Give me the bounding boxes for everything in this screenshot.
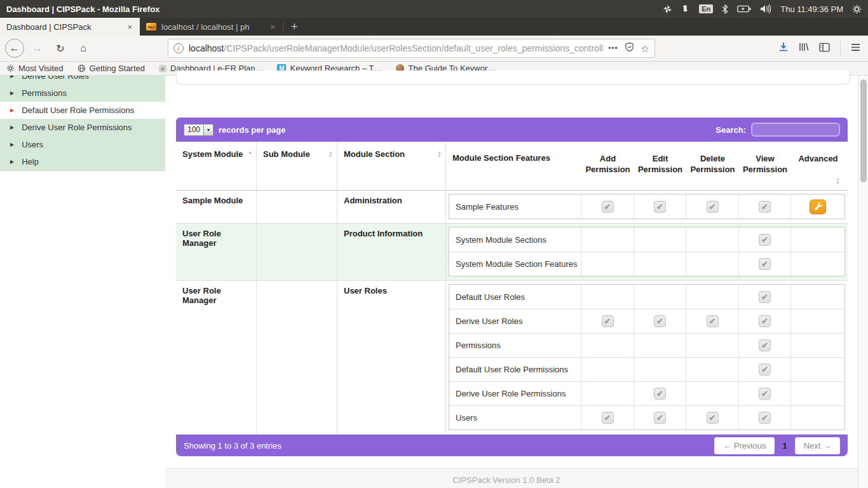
delete-permission-checkbox[interactable]: ✔ xyxy=(707,315,719,327)
home-button[interactable]: ⌂ xyxy=(74,39,93,58)
scrollbar-thumb[interactable] xyxy=(860,79,867,182)
tab-phpmyadmin[interactable]: PMA localhost / localhost | ph × xyxy=(140,18,283,36)
view-permission-checkbox[interactable]: ✔ xyxy=(759,388,771,400)
site-info-icon[interactable]: i xyxy=(173,43,184,53)
search-input[interactable] xyxy=(751,123,840,137)
column-header-view-permission[interactable]: View Permission xyxy=(739,153,791,190)
new-tab-button[interactable]: + xyxy=(283,18,306,36)
reload-button[interactable]: ↻ xyxy=(51,39,70,58)
advanced-wrench-button[interactable] xyxy=(810,200,826,214)
sidebar-item-users[interactable]: ▶Users xyxy=(0,136,165,153)
sidebar-item-default-user-role-permissions[interactable]: ▶Default User Role Permissions xyxy=(0,102,165,119)
column-header-system-module[interactable]: System Module ▲ xyxy=(176,142,257,190)
column-header-delete-permission[interactable]: Delete Permission xyxy=(686,153,739,190)
column-header-sub-module[interactable]: Sub Module ▲▼ xyxy=(257,142,337,190)
edit-permission-cell xyxy=(634,252,686,276)
next-page-button[interactable]: Next → xyxy=(795,437,840,454)
bluetooth-icon[interactable] xyxy=(722,4,728,14)
current-page-number[interactable]: 1 xyxy=(775,438,794,454)
column-header-features[interactable]: Module Section Features xyxy=(446,153,581,190)
tab-close-icon[interactable]: × xyxy=(269,22,276,32)
pocket-shield-icon[interactable] xyxy=(625,42,634,55)
column-header-edit-permission[interactable]: Edit Permission xyxy=(634,153,686,190)
sort-both-icon: ▲▼ xyxy=(437,151,442,158)
library-icon[interactable] xyxy=(799,42,809,55)
records-per-page-select[interactable]: 100 ▼ xyxy=(184,124,214,136)
download-icon[interactable] xyxy=(778,42,789,55)
column-header-advanced[interactable]: Advanced ▲▼ xyxy=(791,153,845,190)
table-row: User Role ManagerUser RolesDefault User … xyxy=(176,281,848,435)
cell-module-section: User Roles xyxy=(337,281,446,434)
search-label: Search: xyxy=(715,125,746,135)
tab-bar: Dashboard | CIPSPack × PMA localhost / l… xyxy=(0,18,868,36)
column-header-module-section[interactable]: Module Section ▲▼ xyxy=(337,142,446,190)
table-body: Sample ModuleAdministrationSample Featur… xyxy=(176,191,848,435)
delete-permission-cell xyxy=(686,358,739,381)
advanced-cell xyxy=(791,358,844,381)
tab-close-icon[interactable]: × xyxy=(126,22,133,32)
view-permission-cell: ✔ xyxy=(739,358,791,381)
sidebar-item-help[interactable]: ▶Help xyxy=(0,153,165,170)
cell-module-section: Administration xyxy=(337,191,446,223)
edit-permission-checkbox[interactable]: ✔ xyxy=(654,412,666,424)
bookmark-most-visited[interactable]: Most Visited xyxy=(6,64,64,73)
browser-scrollbar[interactable] xyxy=(858,76,868,488)
previous-page-button[interactable]: ← Previous xyxy=(714,437,775,454)
sidebar-item-derive-user-roles[interactable]: ▶Derive User Roles xyxy=(0,76,165,85)
column-header-add-permission[interactable]: Add Permission xyxy=(581,153,634,190)
add-permission-checkbox[interactable]: ✔ xyxy=(602,201,614,213)
delete-permission-cell xyxy=(686,285,739,309)
delete-permission-checkbox[interactable]: ✔ xyxy=(707,201,719,213)
page-actions-icon[interactable]: ••• xyxy=(608,44,618,53)
nested-column-headers: Module Section Features Add Permission E… xyxy=(446,142,848,190)
url-bar[interactable]: i localhost/CIPSPack/userRoleManagerModu… xyxy=(168,39,655,58)
view-permission-checkbox[interactable]: ✔ xyxy=(759,412,771,424)
cell-sub-module xyxy=(257,224,337,280)
add-permission-checkbox[interactable]: ✔ xyxy=(602,315,614,327)
sidebar-panel-icon[interactable] xyxy=(819,43,830,55)
window-title: Dashboard | CIPSPack - Mozilla Firefox xyxy=(6,4,159,14)
session-gear-icon[interactable] xyxy=(852,4,862,14)
url-text[interactable]: localhost/CIPSPack/userRoleManagerModule… xyxy=(189,43,603,53)
bookmark-star-icon[interactable]: ☆ xyxy=(641,43,649,55)
bookmark-getting-started[interactable]: Getting Started xyxy=(78,64,145,73)
sidebar-item-label: Derive User Role Permissions xyxy=(22,123,132,132)
sidebar-item-permissions[interactable]: ▶Permissions xyxy=(0,85,165,102)
menu-icon[interactable] xyxy=(851,43,860,54)
edit-permission-checkbox[interactable]: ✔ xyxy=(654,315,666,327)
view-permission-checkbox[interactable]: ✔ xyxy=(759,363,771,376)
view-permission-checkbox[interactable]: ✔ xyxy=(759,291,771,303)
edit-permission-checkbox[interactable]: ✔ xyxy=(654,388,666,400)
pinwheel-icon[interactable] xyxy=(663,4,672,14)
back-button[interactable]: ← xyxy=(5,39,24,58)
sidebar-item-derive-user-role-permissions[interactable]: ▶Derive User Role Permissions xyxy=(0,119,165,136)
edit-permission-checkbox[interactable]: ✔ xyxy=(654,201,666,213)
feature-name: Users xyxy=(449,406,581,430)
select-dropdown-icon[interactable]: ▼ xyxy=(203,125,213,135)
view-permission-checkbox[interactable]: ✔ xyxy=(759,258,771,270)
view-permission-checkbox[interactable]: ✔ xyxy=(759,315,771,327)
delete-permission-checkbox[interactable]: ✔ xyxy=(707,412,719,424)
clock[interactable]: Thu 11:49:36 PM xyxy=(780,4,843,14)
volume-icon[interactable] xyxy=(760,4,771,13)
page-favicon: e xyxy=(159,65,166,72)
cell-sub-module xyxy=(257,281,337,434)
delete-permission-cell: ✔ xyxy=(686,309,739,333)
view-permission-checkbox[interactable]: ✔ xyxy=(759,234,771,246)
cell-features: Default User Roles✔Derive User Roles✔✔✔✔… xyxy=(446,281,848,434)
edit-permission-cell: ✔ xyxy=(634,406,686,430)
view-permission-checkbox[interactable]: ✔ xyxy=(759,201,771,213)
battery-icon[interactable] xyxy=(737,5,751,13)
main-content: 100 ▼ records per page Search: System Mo… xyxy=(165,76,858,488)
keyboard-layout-icon[interactable]: En xyxy=(699,4,713,13)
table-row: Sample ModuleAdministrationSample Featur… xyxy=(176,191,848,224)
bookmark-label: Most Visited xyxy=(18,64,64,73)
network-arrows-icon[interactable] xyxy=(681,4,690,13)
triangle-icon: ▶ xyxy=(10,76,14,79)
add-permission-cell xyxy=(581,334,634,357)
tab-dashboard[interactable]: Dashboard | CIPSPack × xyxy=(0,18,140,36)
add-permission-checkbox[interactable]: ✔ xyxy=(602,412,614,424)
view-permission-checkbox[interactable]: ✔ xyxy=(759,339,771,351)
forward-button[interactable]: → xyxy=(28,39,47,58)
feature-row: Default User Roles✔ xyxy=(449,285,844,309)
